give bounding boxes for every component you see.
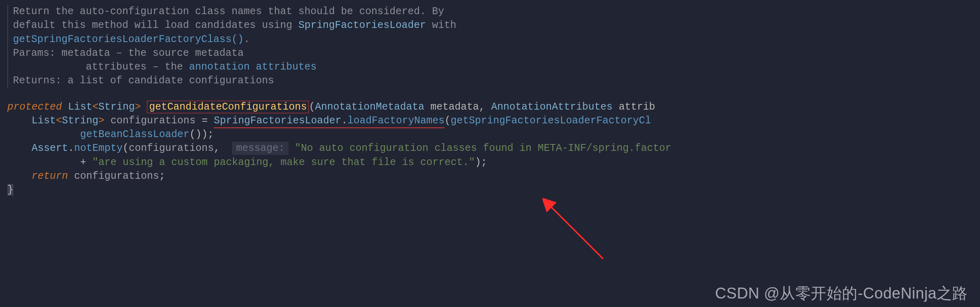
code-line[interactable]: List<String> configurations = SpringFact… (7, 114, 980, 128)
code-line[interactable]: return configurations; (7, 169, 980, 183)
param-hint: message: (232, 142, 289, 155)
string-literal: "No auto configuration classes found in … (295, 142, 671, 154)
code-editor[interactable]: Return the auto-configuration class name… (0, 0, 980, 197)
method-loadFactoryNames: loadFactoryNames (347, 115, 444, 127)
method-getBeanClassLoader: getBeanClassLoader (80, 129, 189, 140)
doc-line: Return the auto-configuration class name… (13, 5, 980, 19)
code-line[interactable]: Assert.notEmpty(configurations, message:… (7, 142, 980, 155)
string-literal: "are using a custom packaging, make sure… (92, 157, 475, 168)
code-line[interactable]: } (7, 183, 980, 197)
class-SpringFactoriesLoader: SpringFactoriesLoader (214, 115, 341, 127)
keyword-return: return (32, 170, 68, 182)
code-line[interactable]: getBeanClassLoader()); (7, 128, 980, 142)
code-line[interactable]: + "are using a custom packaging, make su… (7, 156, 980, 169)
class-Assert: Assert (32, 142, 68, 154)
keyword-protected: protected (7, 101, 62, 113)
method-ref: getSpringFactoriesLoaderFactoryClass() (13, 34, 244, 45)
watermark: CSDN @从零开始的-CodeNinja之路 (715, 283, 968, 304)
svg-line-0 (550, 205, 603, 259)
annotation-arrow-icon (542, 198, 611, 267)
doc-returns: Returns: a list of candidate configurati… (13, 74, 980, 88)
method-getCandidateConfigurations: getCandidateConfigurations (147, 101, 309, 113)
doc-params: Params: metadata – the source metadata (13, 47, 980, 60)
closing-brace: } (7, 184, 13, 196)
code-line[interactable]: protected List<String> getCandidateConfi… (7, 100, 980, 114)
method-notEmpty: notEmpty (74, 142, 123, 154)
type-ref: SpringFactoriesLoader (298, 19, 426, 31)
doc-line: default this method will load candidates… (13, 19, 980, 32)
javadoc-block: Return the auto-configuration class name… (7, 5, 980, 88)
doc-line: getSpringFactoriesLoaderFactoryClass(). (13, 33, 980, 47)
doc-params: attributes – the annotation attributes (13, 60, 980, 74)
